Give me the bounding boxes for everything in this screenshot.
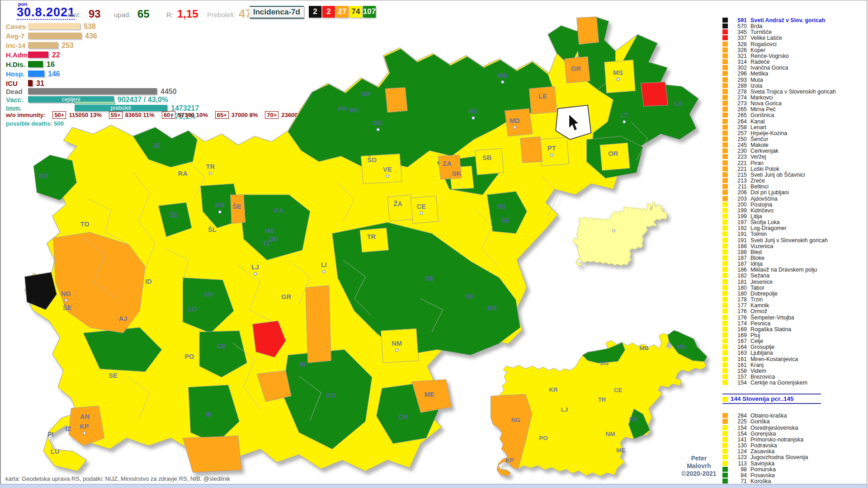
color-square [722, 321, 728, 326]
color-square [722, 184, 728, 189]
map-label-TR: TR [598, 396, 606, 403]
city-marker [623, 121, 626, 123]
map-label-ŽA: ŽA [394, 200, 403, 207]
incidence-value: 163 [729, 350, 747, 356]
area-name: Brezovica [750, 374, 775, 380]
area-name: Dol pri Ljubljani [750, 189, 789, 196]
area-name: Savinjska [750, 460, 774, 467]
incidence-value: 71 [729, 478, 747, 484]
color-square [722, 148, 728, 153]
list-item: 265Mirna Peč [722, 106, 867, 112]
area-name: Tabor [750, 285, 764, 291]
incidence-value: 314 [729, 59, 747, 65]
area-name: Kranj [750, 362, 764, 368]
area-name: Loški Potok [750, 166, 779, 172]
area-name: Jugovzhodna Slovenija [750, 454, 808, 460]
city-marker [420, 212, 423, 215]
area-name: Miren-Kostanjevica [750, 356, 798, 362]
list-item: 274Markovci [722, 94, 867, 100]
city-marker [218, 211, 221, 213]
map-label-LT: LT [620, 112, 628, 119]
color-square [722, 136, 728, 141]
area-name: Zreče [750, 178, 765, 184]
area-name: Muta [750, 77, 763, 83]
list-item: 192Log-Dragomer [722, 225, 867, 231]
area-name: Kanal [750, 118, 765, 125]
incidence-value: 225 [729, 418, 747, 425]
area-name: Cerklje na Gorenjskem [750, 380, 807, 386]
list-item: 314Radeče [722, 59, 867, 65]
color-square [722, 42, 728, 47]
list-item: 182Sežana [722, 272, 867, 278]
incidence-value: 188 [729, 243, 747, 249]
color-square [722, 449, 728, 454]
color-square [722, 291, 728, 296]
incidence-value: 264 [729, 413, 747, 419]
incidence-value: 169 [729, 332, 747, 338]
list-item: 278Sveta Trojica v Slovenskih goricah [722, 89, 867, 94]
map-label-TR: TR [367, 233, 376, 240]
list-item: 199Kidričevo [722, 207, 867, 213]
mini-map-marker [613, 230, 615, 232]
city-marker [551, 154, 553, 156]
window-border-bottom [0, 484, 868, 488]
area-name: Škofja Loka [750, 219, 780, 225]
map-label-LI: LI [321, 261, 327, 268]
color-square [722, 23, 728, 28]
list-item: 273Nova Gorica [722, 100, 867, 106]
area-name: Primorsko-notranjska [750, 436, 803, 443]
area-name: Koroška [750, 478, 771, 484]
incidence-value: 176 [729, 308, 747, 314]
map-label-MS: MS [613, 69, 623, 76]
author-credit-line: ©2020-2021 [673, 470, 725, 478]
area-name: Cerkvenjak [750, 148, 778, 154]
city-marker [209, 172, 212, 174]
incidence-value: 154 [729, 425, 747, 431]
list-item: 181Jesenice [722, 279, 867, 285]
color-square [722, 285, 728, 290]
incidence-value: 178 [729, 296, 747, 303]
area-name: Sveti Andraž v Slov. goricah [750, 17, 825, 23]
incidence-value: 199 [729, 207, 747, 214]
color-square [722, 107, 728, 112]
map-label-SE: SE [425, 275, 434, 282]
color-square [722, 65, 728, 70]
incidence-value: 130 [729, 442, 747, 449]
incidence-value: 221 [729, 160, 747, 166]
incidence-value: 258 [729, 124, 747, 131]
window-border-top [0, 0, 868, 0]
list-item: 154Osrednjeslovenska [722, 425, 867, 431]
mini-map-inset[interactable] [573, 202, 668, 266]
incidence-value: 293 [729, 77, 747, 83]
color-square [722, 47, 728, 52]
slovenia-municipality-map[interactable]: BOJERATRKRŠEŽETOŠLKAMEDUTZLJIDVRLOAJNGŠE… [17, 14, 728, 484]
color-square [722, 101, 728, 106]
map-label-ID: ID [145, 278, 152, 285]
color-square [722, 303, 728, 308]
city-marker [377, 128, 379, 131]
area-name: Trzin [750, 296, 763, 303]
map-label-MB: MB [497, 72, 508, 79]
color-square [722, 166, 728, 171]
city-marker [386, 175, 389, 178]
area-name: Metlika [750, 70, 768, 77]
map-label-OR: OR [608, 150, 618, 157]
list-item: 167Celje [722, 338, 867, 344]
municipality-ranking-list: 591Sveti Andraž v Slov. goricah570Brda34… [722, 14, 867, 483]
incidence-value: 187 [729, 261, 747, 267]
area-name: Šenčur [750, 136, 768, 142]
list-item: 113Savinjska [722, 460, 867, 466]
slovenia-summary-text: 144 Slovenija pcr..145 [731, 395, 794, 402]
map-label-NG: NG [511, 417, 520, 423]
area-name: Vuzenica [750, 243, 774, 249]
color-square [722, 279, 728, 284]
list-item: 154Gorenjska [722, 431, 867, 436]
city-marker [323, 270, 326, 273]
list-item: 98Pomurska [722, 466, 867, 472]
map-label-BO: BO [38, 172, 48, 179]
area-name: Turnišče [750, 29, 772, 35]
incidence-value: 186 [729, 267, 747, 273]
area-name: Rogaška Slatina [750, 326, 791, 333]
area-name: Sveti Jurij v Slovenskih goricah [750, 237, 828, 244]
area-name: Piran [750, 160, 764, 166]
